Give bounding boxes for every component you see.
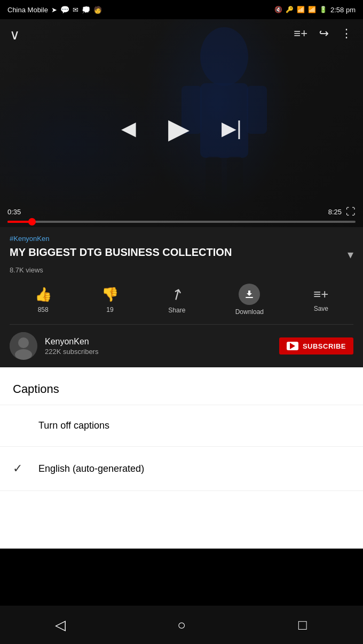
youtube-play-icon — [290, 343, 295, 349]
like-count: 858 — [38, 306, 49, 313]
channel-name[interactable]: KenyonKen — [45, 337, 279, 347]
like-icon: 👍 — [35, 286, 52, 303]
captions-english-option[interactable]: ✓ English (auto-generated) — [0, 447, 363, 491]
captions-panel: Captions Turn off captions ✓ English (au… — [0, 367, 363, 549]
face-icon: 🧑 — [93, 6, 102, 14]
time-label: 2:58 pm — [330, 6, 356, 14]
save-icon: ≡+ — [313, 287, 328, 302]
key-icon: 🔑 — [286, 6, 294, 13]
dislike-icon: 👎 — [101, 286, 119, 303]
mute-icon: 🔇 — [274, 6, 282, 13]
recent-apps-button[interactable]: □ — [287, 609, 319, 641]
save-label: Save — [314, 305, 328, 312]
play-button[interactable]: ▶ — [168, 112, 190, 144]
more-options-button[interactable]: ⋮ — [341, 27, 353, 41]
captions-off-option[interactable]: Turn off captions — [0, 405, 363, 447]
youtube-icon — [287, 342, 298, 350]
carrier-label: China Mobile — [7, 6, 48, 14]
video-center-controls: ◀ ▶ ▶| — [0, 51, 363, 206]
status-left: China Mobile ➤ 💬 ✉ 💭 🧑 — [7, 5, 102, 14]
status-bar: China Mobile ➤ 💬 ✉ 💭 🧑 🔇 🔑 📶 📶 🔋 2:58 pm — [0, 0, 363, 19]
expand-description-button[interactable]: ▾ — [348, 248, 353, 262]
minimize-button[interactable]: ∨ — [10, 27, 20, 43]
previous-button[interactable]: ◀ — [121, 117, 136, 140]
progress-dot[interactable] — [28, 218, 36, 226]
view-count: 8.7K views — [10, 266, 353, 274]
video-info-section: #KenyonKen MY BIGGEST DTG BUSINESS COLLE… — [0, 227, 363, 325]
status-right: 🔇 🔑 📶 📶 🔋 2:58 pm — [274, 6, 356, 14]
channel-row: KenyonKen 222K subscribers SUBSCRIBE — [0, 325, 363, 367]
share-action-button[interactable]: ↗ Share — [168, 286, 185, 314]
captions-title: Captions — [0, 367, 363, 405]
video-player[interactable]: ∨ ≡+ ↩ ⋮ ◀ ▶ ▶| 0:35 8:25 ⛶ — [0, 19, 363, 227]
captions-english-check: ✓ — [13, 462, 30, 476]
download-label: Download — [235, 308, 264, 316]
current-time: 0:35 — [7, 208, 21, 216]
video-title-row: MY BIGGEST DTG BUSINESS COLLECTION ▾ — [10, 246, 353, 262]
battery-icon: 🔋 — [319, 6, 327, 13]
time-row: 0:35 8:25 ⛶ — [7, 206, 356, 218]
chat-icon: 💭 — [82, 6, 90, 14]
signal-icon: 📶 — [308, 6, 316, 13]
subscribe-button[interactable]: SUBSCRIBE — [279, 337, 353, 355]
wifi-icon: 📶 — [297, 6, 305, 13]
dislike-count: 19 — [106, 306, 113, 313]
back-button[interactable]: ◁ — [44, 609, 76, 641]
video-top-bar: ∨ ≡+ ↩ ⋮ — [0, 19, 363, 51]
download-button[interactable]: Download — [235, 284, 264, 316]
channel-info: KenyonKen 222K subscribers — [45, 337, 279, 356]
next-button[interactable]: ▶| — [222, 117, 241, 140]
svg-point-9 — [15, 349, 32, 360]
channel-subscribers: 222K subscribers — [45, 348, 279, 356]
like-button[interactable]: 👍 858 — [35, 286, 52, 313]
subscribe-label: SUBSCRIBE — [303, 342, 346, 350]
share-button[interactable]: ↩ — [319, 27, 329, 41]
location-icon: ➤ — [51, 6, 57, 14]
bottom-navigation: ◁ ○ □ — [0, 606, 363, 644]
download-icon — [239, 284, 260, 305]
video-title: MY BIGGEST DTG BUSINESS COLLECTION — [10, 246, 342, 259]
dislike-button[interactable]: 👎 19 — [101, 286, 119, 313]
home-button[interactable]: ○ — [165, 609, 198, 641]
svg-rect-6 — [246, 297, 253, 298]
channel-tag[interactable]: #KenyonKen — [10, 235, 353, 243]
svg-point-8 — [18, 337, 29, 348]
add-to-queue-button[interactable]: ≡+ — [294, 27, 307, 41]
video-controls: ∨ ≡+ ↩ ⋮ ◀ ▶ ▶| 0:35 8:25 ⛶ — [0, 19, 363, 227]
actions-row: 👍 858 👎 19 ↗ Share Download ≡+ Save — [10, 274, 353, 325]
captions-off-label: Turn off captions — [38, 420, 109, 431]
share-label: Share — [168, 307, 185, 314]
progress-bar[interactable] — [7, 221, 356, 223]
captions-english-label: English (auto-generated) — [38, 463, 144, 474]
fullscreen-button[interactable]: ⛶ — [346, 206, 356, 218]
video-bottom-bar: 0:35 8:25 ⛶ — [0, 206, 363, 227]
share-icon: ↗ — [167, 284, 186, 305]
save-button[interactable]: ≡+ Save — [313, 287, 328, 312]
channel-avatar[interactable] — [10, 332, 37, 360]
wechat-icon: 💬 — [60, 5, 69, 14]
msg-icon: ✉ — [73, 6, 78, 14]
total-time: 8:25 — [328, 208, 342, 216]
